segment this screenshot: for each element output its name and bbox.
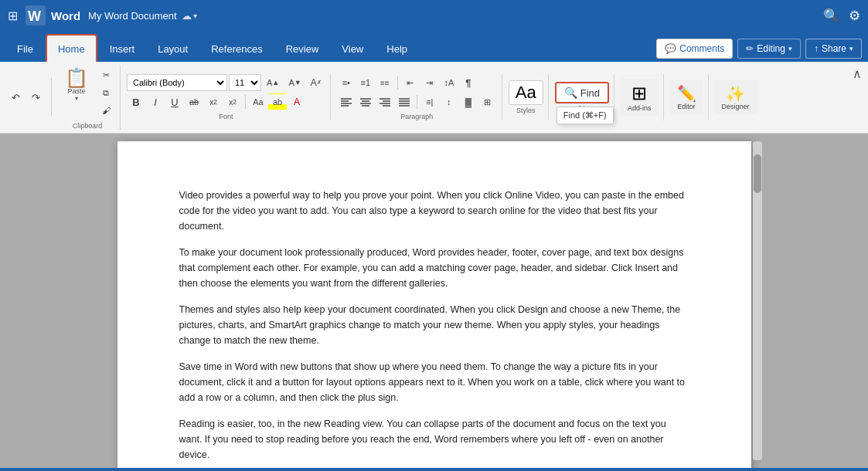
- tab-help[interactable]: Help: [376, 36, 418, 62]
- comments-button[interactable]: 💬 💬 Comments Comments: [656, 39, 733, 59]
- scrollbar-track[interactable]: [753, 141, 762, 460]
- find-tooltip: Find (⌘+F): [557, 107, 614, 124]
- superscript-button[interactable]: x2: [223, 93, 242, 110]
- increase-font-button[interactable]: A▲: [263, 74, 283, 91]
- styles-label: Styles: [516, 107, 536, 114]
- toolbar: ↶ ↷ 📋 Paste ▾ ✂ ⧉ 🖌 Clipboard Calibri (B…: [0, 62, 868, 134]
- styles-button[interactable]: Aa: [509, 80, 543, 105]
- tab-references[interactable]: References: [200, 36, 273, 62]
- paragraph-5: Reading is easier, too, in the new Readi…: [179, 416, 689, 463]
- add-ins-button[interactable]: ⊞ Add-ins: [621, 79, 659, 116]
- font-section-label: Font: [219, 113, 233, 120]
- tab-file[interactable]: File: [6, 36, 44, 62]
- app-name: Word: [51, 9, 80, 22]
- col-spacing-button[interactable]: ≡|: [420, 93, 439, 110]
- copy-button[interactable]: ⧉: [97, 84, 115, 101]
- decrease-font-button[interactable]: A▼: [284, 74, 305, 91]
- redo-button[interactable]: ↷: [26, 89, 45, 106]
- paragraph-section-label: Paragraph: [400, 113, 433, 120]
- chevron-down-icon[interactable]: ▾: [193, 12, 197, 20]
- pencil-edit-icon: ✏️: [677, 84, 696, 103]
- grid-icon: ⊞: [631, 83, 647, 104]
- designer-button[interactable]: ✨ Designer: [715, 80, 757, 114]
- align-center-button[interactable]: [356, 93, 375, 110]
- status-bar: Page 1 of 1 Words: 247 English (United S…: [0, 468, 868, 471]
- scrollbar-thumb[interactable]: [754, 154, 761, 193]
- autosave-icon: ☁: [182, 10, 192, 22]
- subscript-button[interactable]: x2: [204, 93, 223, 110]
- word-icon: W: [24, 4, 47, 27]
- justify-button[interactable]: [395, 93, 414, 110]
- search-icon: 🔍: [564, 86, 577, 99]
- clear-format-button[interactable]: A✗: [307, 74, 325, 91]
- underline-button[interactable]: U: [165, 93, 184, 110]
- settings-icon[interactable]: ⚙: [849, 8, 860, 24]
- paste-button[interactable]: 📋 Paste ▾: [60, 65, 94, 106]
- font-name-select[interactable]: Calibri (Body): [127, 74, 227, 91]
- sort-button[interactable]: ↕A: [440, 74, 458, 91]
- multilevel-list-button[interactable]: ≡≡: [376, 74, 394, 91]
- content-area: Video provides a powerful way to help yo…: [0, 134, 868, 468]
- doc-name: My Word Document: [88, 10, 177, 22]
- title-bar: ⊞ W Word My Word Document ☁ ▾ 🔍 ⚙: [0, 0, 868, 31]
- designer-icon: ✨: [726, 84, 745, 103]
- bullets-button[interactable]: ≡•: [337, 74, 356, 91]
- show-paragraph-button[interactable]: ¶: [459, 74, 478, 91]
- ribbon-tab-bar: File Home Insert Layout References Revie…: [0, 31, 868, 62]
- text-case-button[interactable]: Aa: [249, 93, 267, 110]
- align-left-button[interactable]: [337, 93, 356, 110]
- clipboard-label: Clipboard: [73, 122, 103, 130]
- pencil-icon: ✏: [746, 43, 754, 54]
- collapse-ribbon-button[interactable]: ∧: [849, 65, 865, 83]
- tab-review[interactable]: Review: [275, 36, 330, 62]
- shading-button[interactable]: ▓: [459, 93, 478, 110]
- paragraph-1: Video provides a powerful way to help yo…: [179, 188, 689, 234]
- find-button[interactable]: 🔍 Find Find (⌘+F): [555, 82, 609, 103]
- highlight-button[interactable]: ab: [268, 93, 287, 110]
- font-color-button[interactable]: A: [288, 93, 306, 110]
- align-right-button[interactable]: [376, 93, 394, 110]
- share-button[interactable]: ↑ Share ▾: [805, 39, 862, 59]
- paragraph-4: Save time in Word with new buttons that …: [179, 359, 689, 405]
- format-painter-button[interactable]: 🖌: [97, 102, 115, 119]
- line-spacing-button[interactable]: ↕: [440, 93, 458, 110]
- tab-layout[interactable]: Layout: [147, 36, 199, 62]
- search-icon[interactable]: 🔍: [823, 8, 839, 24]
- editing-button[interactable]: ✏ Editing ▾: [737, 39, 801, 59]
- document-page: Video provides a powerful way to help yo…: [117, 141, 751, 468]
- tab-home[interactable]: Home: [46, 34, 97, 62]
- comment-icon: 💬: [665, 43, 676, 54]
- paragraph-2: To make your document look professionall…: [179, 245, 689, 291]
- editor-button[interactable]: ✏️ Editor: [670, 80, 703, 114]
- app-grid-icon[interactable]: ⊞: [8, 8, 18, 23]
- paste-icon: 📋: [65, 69, 88, 87]
- decrease-indent-button[interactable]: ⇤: [401, 74, 420, 91]
- numbering-button[interactable]: ≡1: [356, 74, 375, 91]
- undo-button[interactable]: ↶: [6, 89, 25, 106]
- increase-indent-button[interactable]: ⇥: [420, 74, 439, 91]
- borders-button[interactable]: ⊞: [478, 93, 497, 110]
- paragraph-3: Themes and styles also help keep your do…: [179, 302, 689, 348]
- tab-insert[interactable]: Insert: [99, 36, 146, 62]
- strikethrough-button[interactable]: ab: [185, 93, 203, 110]
- bold-button[interactable]: B: [127, 93, 145, 110]
- font-size-select[interactable]: 11: [229, 74, 261, 91]
- share-icon: ↑: [814, 43, 819, 54]
- tab-view[interactable]: View: [331, 36, 374, 62]
- italic-button[interactable]: I: [146, 93, 165, 110]
- cut-button[interactable]: ✂: [97, 66, 115, 83]
- svg-text:W: W: [28, 8, 41, 24]
